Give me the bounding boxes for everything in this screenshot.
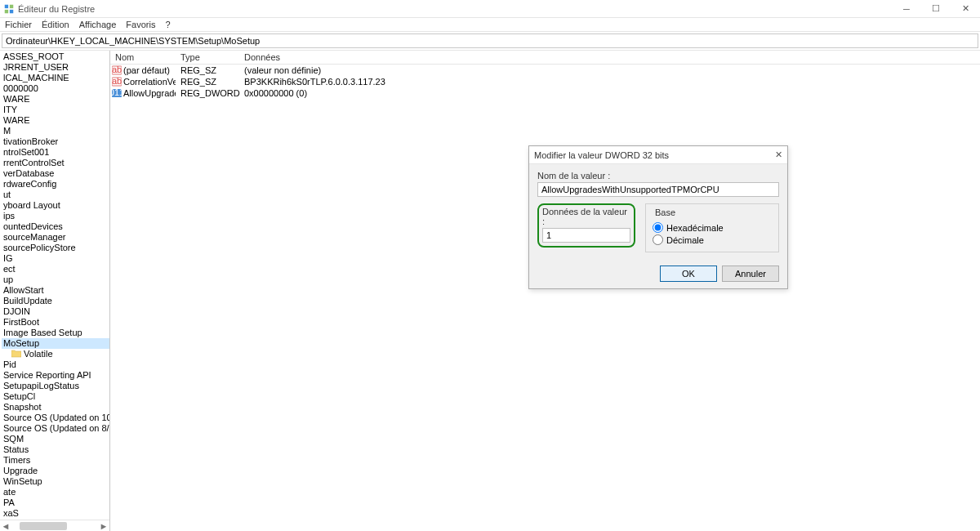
tree-item[interactable]: Upgrade [2, 466, 109, 476]
string-value-icon: ab [112, 77, 122, 87]
tree-item[interactable]: Volatile [2, 349, 109, 359]
tree-item[interactable]: AllowStart [2, 285, 109, 296]
cell-data: (valeur non définie) [239, 65, 980, 75]
tree-item[interactable]: ips [2, 211, 109, 221]
tree-item-label: ut [3, 190, 11, 199]
dialog-close-icon[interactable]: ✕ [761, 149, 782, 160]
tree-item[interactable]: Image Based Setup [2, 328, 109, 338]
col-header-name[interactable]: Nom [110, 51, 176, 64]
tree-item[interactable]: BuildUpdate [2, 296, 109, 306]
tree-item-label: ate [3, 487, 16, 497]
scroll-thumb[interactable] [20, 522, 67, 530]
tree-item-label: rdwareConfig [3, 179, 56, 189]
address-input[interactable] [2, 33, 978, 48]
menu-file[interactable]: Fichier [5, 20, 32, 29]
tree-item[interactable]: Pid [2, 359, 109, 370]
tree-item[interactable]: Source OS (Updated on 10/30/2020 15:0 [2, 413, 109, 423]
tree-item[interactable]: WARE [2, 94, 109, 105]
tree-item[interactable]: rrentControlSet [2, 158, 109, 168]
radio-hex-input[interactable] [653, 222, 663, 233]
tree-item[interactable]: IG [2, 253, 109, 264]
tree-item[interactable]: tivationBroker [2, 136, 109, 147]
ok-button[interactable]: OK [660, 266, 717, 282]
scroll-track[interactable] [11, 520, 98, 532]
tree-item[interactable]: WARE [2, 115, 109, 126]
list-row[interactable]: abCorrelationVectorREG_SZBP3KKRih6kS0rTL… [110, 76, 980, 87]
radio-hex-label: Hexadécimale [666, 223, 724, 233]
value-name-field[interactable] [537, 182, 779, 197]
tree-item[interactable]: JRRENT_USER [2, 62, 109, 73]
tree-item[interactable]: 0000000 [2, 83, 109, 94]
menu-help[interactable]: ? [165, 20, 170, 29]
tree-item[interactable]: SetupCl [2, 391, 109, 402]
cell-name: CorrelationVector [123, 77, 176, 87]
tree-item[interactable]: xaS [2, 508, 109, 519]
tree-horizontal-scrollbar[interactable]: ◄ ► [0, 520, 109, 531]
scroll-left-icon[interactable]: ◄ [0, 520, 11, 532]
close-button[interactable]: ✕ [951, 0, 980, 18]
tree-item[interactable]: ate [2, 487, 109, 498]
tree-item[interactable]: ut [2, 190, 109, 200]
radio-dec[interactable]: Décimale [653, 234, 772, 245]
tree-item-label: Snapshot [3, 402, 41, 412]
tree-item-label: ountedDevices [3, 221, 63, 231]
tree-item[interactable]: sourcePolicyStore [2, 243, 109, 253]
dialog-titlebar[interactable]: Modifier la valeur DWORD 32 bits ✕ [529, 146, 787, 164]
tree-item[interactable]: MoSetup [2, 338, 109, 349]
tree-item-label: SetupapiLogStatus [3, 381, 79, 390]
tree-item[interactable]: verDatabase [2, 168, 109, 179]
tree-item-label: Image Based Setup [3, 328, 82, 337]
scroll-right-icon[interactable]: ► [98, 520, 109, 532]
tree-item[interactable]: PA [2, 498, 109, 508]
tree-item[interactable]: FirstBoot [2, 317, 109, 328]
menu-favorites[interactable]: Favoris [126, 20, 155, 29]
tree-item[interactable]: ountedDevices [2, 221, 109, 232]
tree-item-label: Source OS (Updated on 8/23/2019 11:40: [3, 423, 109, 433]
tree-item[interactable]: M [2, 126, 109, 136]
tree-item[interactable]: ITY [2, 105, 109, 115]
tree-item-label: ITY [3, 105, 17, 114]
tree-item[interactable]: up [2, 274, 109, 285]
cancel-button[interactable]: Annuler [722, 266, 779, 282]
list-header: Nom Type Données [110, 51, 980, 65]
list-row[interactable]: 011AllowUpgrades...REG_DWORD0x00000000 (… [110, 87, 980, 99]
tree-item[interactable]: SQM [2, 434, 109, 444]
tree-item-label: rrentControlSet [3, 158, 65, 167]
minimize-button[interactable]: ─ [892, 0, 921, 18]
edit-dword-dialog: Modifier la valeur DWORD 32 bits ✕ Nom d… [528, 145, 788, 289]
menu-view[interactable]: Affichage [79, 20, 117, 29]
tree-item-label: BuildUpdate [3, 296, 52, 306]
tree-item[interactable]: Timers [2, 455, 109, 466]
cell-data: 0x00000000 (0) [239, 88, 980, 98]
col-header-data[interactable]: Données [239, 51, 980, 64]
radio-dec-input[interactable] [653, 234, 663, 245]
folder-icon [11, 350, 21, 358]
tree-item[interactable]: ntrolSet001 [2, 147, 109, 158]
value-data-field[interactable] [542, 228, 630, 243]
tree-item[interactable]: rdwareConfig [2, 179, 109, 190]
maximize-button[interactable]: ☐ [921, 0, 951, 18]
tree-item[interactable]: WinSetup [2, 476, 109, 487]
tree-item-label: ect [3, 264, 16, 274]
tree-item[interactable]: Status [2, 444, 109, 455]
tree-item[interactable]: ect [2, 264, 109, 274]
cell-name: (par défaut) [123, 65, 170, 75]
svg-text:011: 011 [112, 88, 122, 97]
string-value-icon: ab [112, 65, 122, 75]
tree-item[interactable]: sourceManager [2, 232, 109, 243]
tree-list[interactable]: ASSES_ROOTJRRENT_USERlCAL_MACHINE0000000… [0, 51, 109, 520]
tree-item[interactable]: Snapshot [2, 402, 109, 413]
col-header-type[interactable]: Type [176, 51, 239, 64]
tree-item[interactable]: SetupapiLogStatus [2, 381, 109, 391]
tree-item[interactable]: Service Reporting API [2, 370, 109, 381]
tree-item-label: Status [3, 444, 29, 454]
tree-item[interactable]: DJOIN [2, 306, 109, 317]
tree-item[interactable]: Source OS (Updated on 8/23/2019 11:40: [2, 423, 109, 434]
radio-hex[interactable]: Hexadécimale [653, 222, 772, 233]
list-row[interactable]: ab(par défaut)REG_SZ(valeur non définie) [110, 65, 980, 76]
tree-item[interactable]: ASSES_ROOT [2, 51, 109, 62]
tree-item[interactable]: yboard Layout [2, 200, 109, 211]
menu-edit[interactable]: Édition [42, 20, 69, 29]
tree-item[interactable]: lCAL_MACHINE [2, 73, 109, 83]
cell-data: BP3KKRih6kS0rTLP.6.0.0.3.117.23 [239, 77, 980, 87]
